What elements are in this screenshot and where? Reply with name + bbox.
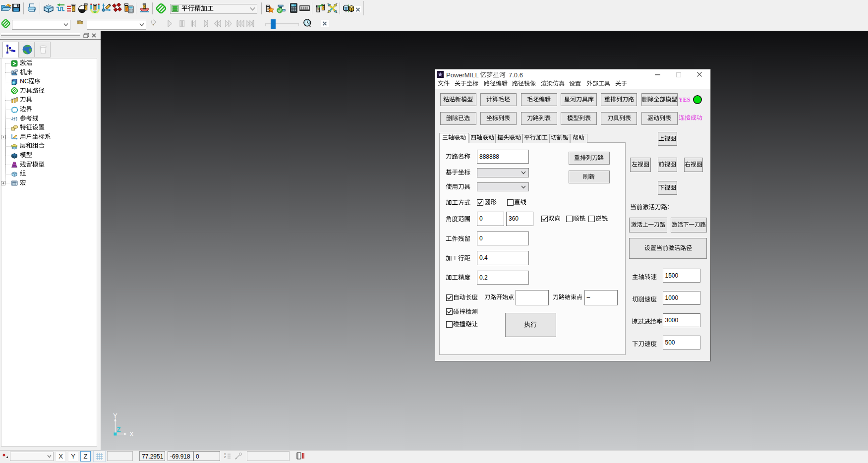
svg-text:Y: Y <box>113 412 117 419</box>
svg-text:X: X <box>129 430 134 438</box>
svg-text:Z: Z <box>224 456 226 459</box>
svg-text:Z: Z <box>117 426 121 433</box>
